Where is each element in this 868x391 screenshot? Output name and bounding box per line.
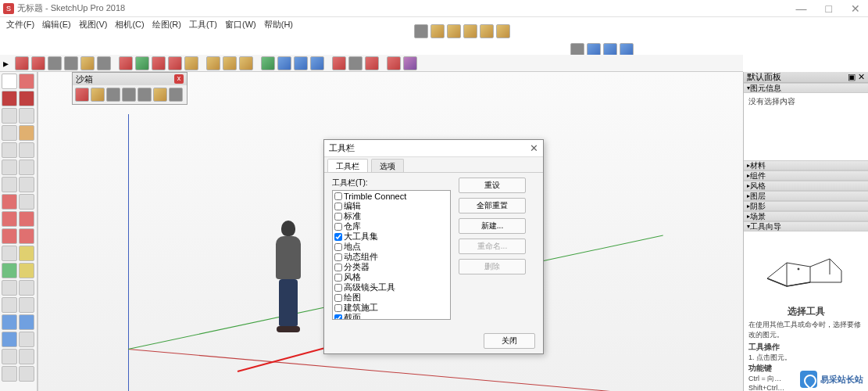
section-style[interactable]: 风格 xyxy=(744,181,868,191)
tool-icon[interactable] xyxy=(19,194,34,210)
tool-icon[interactable] xyxy=(19,177,34,192)
toolbar-checkbox[interactable] xyxy=(334,213,342,221)
sandbox-icon[interactable] xyxy=(153,88,167,102)
sandbox-icon[interactable] xyxy=(138,88,152,102)
menu-camera[interactable]: 相机(C) xyxy=(112,19,147,30)
section-scene[interactable]: 场景 xyxy=(744,211,868,221)
reset-button[interactable]: 重设 xyxy=(459,178,526,193)
sandbox-icon[interactable] xyxy=(75,88,89,102)
tool-icon[interactable] xyxy=(184,56,198,70)
toolbar-checkbox[interactable] xyxy=(334,284,342,292)
tool-icon[interactable] xyxy=(387,56,401,70)
tool-icon[interactable] xyxy=(19,349,34,364)
section-entity-info[interactable]: 图元信息 xyxy=(744,83,868,93)
sandbox-close-icon[interactable]: x xyxy=(174,74,184,84)
tool-icon[interactable] xyxy=(2,194,17,210)
menu-window[interactable]: 窗口(W) xyxy=(222,19,259,30)
menu-tools[interactable]: 工具(T) xyxy=(186,19,220,30)
tool-icon[interactable] xyxy=(19,246,34,261)
tool-icon[interactable] xyxy=(2,314,17,330)
tool-icon[interactable] xyxy=(2,177,17,192)
tool-icon[interactable] xyxy=(332,56,346,70)
tool-icon[interactable] xyxy=(2,160,17,175)
tool-icon[interactable] xyxy=(19,108,34,124)
tool-icon[interactable] xyxy=(19,366,34,382)
menu-file[interactable]: 文件(F) xyxy=(3,19,38,30)
tool-icon[interactable] xyxy=(2,366,17,382)
toolbar-checkbox[interactable] xyxy=(334,294,342,302)
tool-icon[interactable] xyxy=(119,56,133,70)
toolbar-checkbox[interactable] xyxy=(334,314,342,321)
section-icon-2[interactable] xyxy=(430,24,445,38)
tool-icon[interactable] xyxy=(2,280,17,296)
tool-icon[interactable] xyxy=(2,142,17,158)
tool-icon[interactable] xyxy=(310,56,324,70)
menu-help[interactable]: 帮助(H) xyxy=(261,19,296,30)
toolbar-checkbox[interactable] xyxy=(334,223,342,231)
tool-icon[interactable] xyxy=(2,228,17,244)
sandbox-icon[interactable] xyxy=(169,88,183,102)
section-layer[interactable]: 图层 xyxy=(744,191,868,201)
minimize-button[interactable]: — xyxy=(791,2,812,15)
tool-icon[interactable] xyxy=(135,56,149,70)
select-tool-icon[interactable] xyxy=(2,74,17,89)
tool-icon[interactable] xyxy=(2,263,17,278)
menu-edit[interactable]: 编辑(E) xyxy=(39,19,74,30)
section-icon-3[interactable] xyxy=(447,24,461,38)
reset-all-button[interactable]: 全部重置 xyxy=(459,198,526,213)
tool-icon[interactable] xyxy=(2,349,17,364)
tool-icon[interactable] xyxy=(239,56,253,70)
tool-icon[interactable] xyxy=(152,56,166,70)
tool-icon[interactable] xyxy=(365,56,379,70)
tool-icon[interactable] xyxy=(19,332,34,347)
tool-icon[interactable] xyxy=(2,246,17,261)
tool-icon[interactable] xyxy=(168,56,182,70)
tool-icon[interactable] xyxy=(277,56,291,70)
toolbar-checkbox[interactable] xyxy=(334,253,342,261)
section-icon-6[interactable] xyxy=(496,24,510,38)
section-component[interactable]: 组件 xyxy=(744,170,868,181)
toolbar-checkbox[interactable] xyxy=(334,264,342,271)
toolbar-list-item[interactable]: 截面 xyxy=(333,313,450,320)
toolbar-checkbox[interactable] xyxy=(334,203,342,210)
tool-icon[interactable] xyxy=(206,56,220,70)
maximize-button[interactable]: □ xyxy=(821,2,837,15)
tool-icon[interactable] xyxy=(2,108,17,124)
tool-icon[interactable] xyxy=(2,332,17,347)
toolbar-checkbox[interactable] xyxy=(334,304,342,312)
close-dialog-button[interactable]: 关闭 xyxy=(484,333,535,349)
tool-icon[interactable] xyxy=(2,91,17,106)
tool-icon[interactable] xyxy=(403,56,417,70)
tool-icon[interactable] xyxy=(48,56,62,70)
tool-icon[interactable] xyxy=(15,56,29,70)
tool-icon[interactable] xyxy=(19,160,34,175)
tool-icon[interactable] xyxy=(64,56,78,70)
tool-icon[interactable] xyxy=(261,56,275,70)
tool-icon[interactable] xyxy=(19,314,34,330)
section-material[interactable]: 材料 xyxy=(744,160,868,170)
tool-icon[interactable] xyxy=(19,263,34,278)
section-icon[interactable] xyxy=(414,24,428,38)
tool-icon[interactable] xyxy=(19,211,34,227)
tool-icon[interactable] xyxy=(294,56,308,70)
tab-toolbars[interactable]: 工具栏 xyxy=(327,159,368,172)
sandbox-icon[interactable] xyxy=(122,88,136,102)
tool-icon[interactable] xyxy=(31,56,45,70)
toolbar-checkbox[interactable] xyxy=(334,192,342,200)
tool-icon[interactable] xyxy=(19,228,34,244)
menu-view[interactable]: 视图(V) xyxy=(76,19,111,30)
menu-draw[interactable]: 绘图(R) xyxy=(149,19,184,30)
tool-icon[interactable] xyxy=(2,211,17,227)
toolbar-checkbox[interactable] xyxy=(334,274,342,282)
tool-icon[interactable] xyxy=(80,56,95,70)
sandbox-icon[interactable] xyxy=(106,88,120,102)
section-icon-5[interactable] xyxy=(480,24,494,38)
toolbar-list[interactable]: Trimble Connect编辑标准仓库大工具集地点动态组件分类器风格高级镜头… xyxy=(332,190,451,320)
section-icon-4[interactable] xyxy=(463,24,477,38)
tab-options[interactable]: 选项 xyxy=(371,159,404,172)
panel-controls-icon[interactable]: ▣ ✕ xyxy=(848,72,865,82)
tool-icon[interactable] xyxy=(19,91,34,106)
tool-icon[interactable] xyxy=(2,297,17,313)
tool-icon[interactable] xyxy=(2,125,17,141)
tool-icon[interactable] xyxy=(19,297,34,313)
